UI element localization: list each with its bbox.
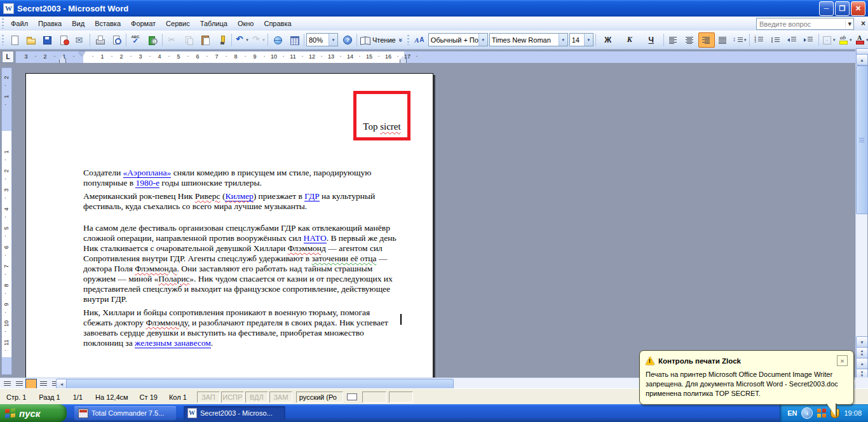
language-indicator[interactable]: EN	[787, 409, 797, 417]
toolbar-grip[interactable]	[407, 35, 409, 45]
justify-button[interactable]	[715, 32, 731, 48]
ruler-tick: ·	[4, 271, 6, 277]
minimize-button[interactable]: ─	[819, 1, 834, 16]
menu-item-Файл[interactable]: Файл	[6, 18, 33, 29]
bullets-button[interactable]	[768, 32, 784, 48]
undo-button[interactable]: ▾	[233, 32, 250, 48]
close-document-icon[interactable]: ×	[861, 19, 865, 28]
status-flag-ЗАП[interactable]: ЗАП	[197, 391, 220, 403]
menu-item-Таблица[interactable]: Таблица	[195, 18, 233, 29]
text-run: ) приезжает в	[254, 191, 305, 201]
taskbar-task-button[interactable]: Secret2003 - Microso...	[184, 406, 285, 420]
status-language[interactable]: русский (Ро	[296, 391, 343, 403]
text-run: Флэммонд	[288, 243, 326, 253]
status-flag-ЗАМ[interactable]: ЗАМ	[269, 391, 292, 403]
read-mode-button[interactable]: Чтение	[358, 32, 397, 48]
save-button[interactable]	[39, 32, 55, 48]
menu-item-Вид[interactable]: Вид	[67, 18, 90, 29]
font-color-button[interactable]: ▾	[853, 32, 868, 48]
italic-button[interactable]: К	[619, 32, 641, 48]
toolbar-grip[interactable]	[2, 18, 4, 29]
insert-table-button[interactable]	[286, 32, 302, 48]
open-button[interactable]	[22, 32, 39, 48]
start-button[interactable]: пуск	[0, 404, 67, 422]
restore-button[interactable]: ❐	[835, 1, 850, 16]
vertical-scroll-thumb[interactable]	[856, 65, 868, 214]
ruler-number: 5	[175, 53, 182, 60]
highlight-button[interactable]: ▾	[837, 32, 853, 48]
scrollbar-corner	[855, 378, 868, 388]
copy-button[interactable]	[180, 32, 197, 48]
format-painter-button[interactable]	[214, 32, 230, 48]
menu-item-Вставка[interactable]: Вставка	[90, 18, 126, 29]
chevron-down-icon[interactable]: ▾	[744, 37, 747, 43]
word-application-window: Secret2003 - Microsoft Word ─❐✕ ФайлПрав…	[0, 0, 868, 422]
styles-button[interactable]	[411, 32, 428, 48]
decrease-indent-button[interactable]	[784, 32, 801, 48]
align-right-button[interactable]	[698, 32, 715, 48]
bold-button[interactable]: Ж	[597, 32, 619, 48]
hide-tray-icons-icon[interactable]: ‹	[801, 407, 813, 419]
vertical-scrollbar[interactable]: ▲ ▼ ▲ ▲ ● ▼ ▼	[855, 48, 867, 378]
increase-indent-button[interactable]	[801, 32, 817, 48]
ruler-tick: ·	[397, 53, 399, 59]
tab-stop-selector[interactable]: L	[2, 51, 14, 63]
select-browse-object-button[interactable]: ●	[856, 358, 868, 369]
previous-page-button[interactable]: ▲ ▲	[856, 347, 868, 358]
align-center-button[interactable]	[682, 32, 698, 48]
print-button[interactable]	[92, 32, 108, 48]
align-left-button[interactable]	[665, 32, 682, 48]
borders-button[interactable]: ▾	[820, 32, 837, 48]
cut-button[interactable]	[164, 32, 180, 48]
toolbar-grip[interactable]	[2, 35, 4, 45]
numbering-button[interactable]	[751, 32, 768, 48]
chevron-down-icon[interactable]: ▾	[262, 37, 265, 43]
zlock-tray-icon[interactable]	[817, 409, 826, 418]
chevron-down-icon[interactable]: ▾	[246, 37, 248, 43]
print-preview-button[interactable]	[108, 32, 125, 48]
chevron-down-icon[interactable]: ▾	[833, 37, 836, 43]
toolbar-options-icon[interactable]: »	[397, 33, 405, 47]
font-combo[interactable]: Times New Roman▾	[489, 33, 568, 46]
ruler-tick: ·	[263, 53, 266, 59]
close-button[interactable]: ✕	[851, 1, 865, 16]
research-button[interactable]	[144, 32, 161, 48]
balloon-close-icon[interactable]: ×	[837, 355, 848, 366]
chevron-down-icon[interactable]: ▾	[559, 34, 567, 46]
word-icon[interactable]	[3, 3, 14, 14]
status-flag-ВДЛ[interactable]: ВДЛ	[245, 391, 268, 403]
scroll-up-icon[interactable]: ▲	[856, 54, 868, 65]
chevron-down-icon[interactable]: ▾	[478, 34, 487, 46]
underline-button[interactable]: Ч	[641, 32, 662, 48]
menu-item-Формат[interactable]: Формат	[126, 18, 161, 29]
paste-button[interactable]	[197, 32, 214, 48]
new-document-button[interactable]	[6, 32, 22, 48]
menu-item-Справка[interactable]: Справка	[259, 18, 296, 29]
ruler-number: 8	[233, 53, 239, 60]
email-button[interactable]	[72, 32, 88, 48]
style-combo[interactable]: Обычный + По г▾	[428, 33, 488, 46]
chevron-down-icon[interactable]: ▾	[850, 37, 852, 43]
hyperlink-button[interactable]	[269, 32, 286, 48]
help-button[interactable]	[339, 32, 355, 48]
scroll-down-icon[interactable]: ▼	[856, 336, 868, 348]
taskbar-clock[interactable]: 19:08	[844, 409, 862, 417]
line-spacing-button[interactable]: ▾	[731, 32, 748, 48]
menu-item-Окно[interactable]: Окно	[233, 18, 259, 29]
chevron-down-icon[interactable]: ▾	[329, 34, 337, 46]
ask-question-box[interactable]: Введите вопрос ▾	[756, 18, 854, 30]
first-line-indent-marker[interactable]	[79, 51, 85, 56]
chevron-down-icon[interactable]: ▾	[584, 34, 593, 46]
toolbar-separator	[304, 34, 304, 46]
chevron-down-icon[interactable]: ▾	[845, 20, 853, 28]
redo-button[interactable]: ▾	[250, 32, 266, 48]
permission-button[interactable]	[55, 32, 72, 48]
spelling-status-icon[interactable]	[347, 393, 357, 400]
status-flag-ИСПР[interactable]: ИСПР	[221, 391, 244, 403]
taskbar-task-button[interactable]: Total Commander 7.5...	[74, 406, 176, 420]
menu-item-Сервис[interactable]: Сервис	[161, 18, 195, 29]
spelling-button[interactable]	[128, 32, 144, 48]
font-size-combo[interactable]: 14▾	[569, 33, 593, 46]
menu-item-Правка[interactable]: Правка	[33, 18, 67, 29]
zoom-combo[interactable]: 80%▾	[306, 33, 338, 46]
